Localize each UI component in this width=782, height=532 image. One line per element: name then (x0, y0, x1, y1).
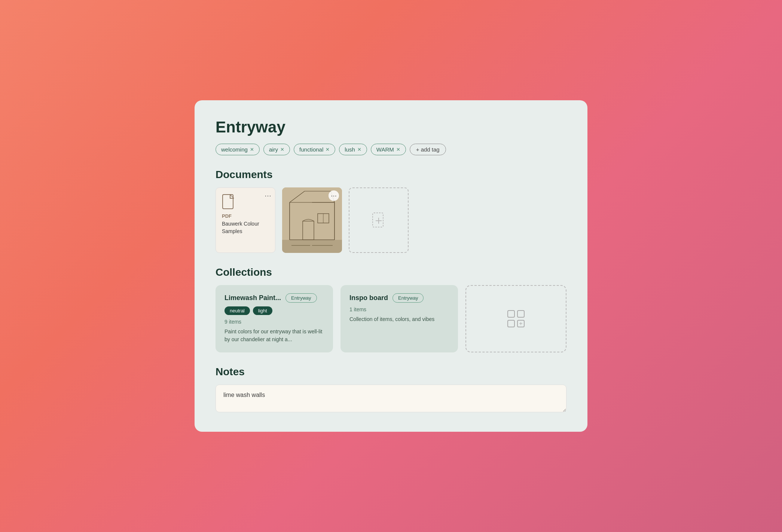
notes-section: Notes (216, 366, 566, 414)
tags-row: welcoming ✕ airy ✕ functional ✕ lush ✕ W… (216, 144, 566, 155)
pdf-card-menu-button[interactable]: ⋯ (265, 192, 271, 200)
document-pdf-card[interactable]: ⋯ PDF Bauwerk Colour Samples (216, 187, 275, 253)
collection-2-tag: Entryway (392, 293, 424, 303)
notes-title: Notes (216, 366, 566, 378)
document-sketch-card[interactable]: ⋯ (282, 187, 342, 253)
collection-1-desc: Paint colors for our entryway that is we… (224, 328, 324, 343)
pdf-file-icon (222, 194, 235, 210)
collection-card-limewash[interactable]: Limewash Paint... Entryway neutral light… (216, 285, 333, 352)
tag-lush[interactable]: lush ✕ (339, 144, 367, 155)
chip-light: light (253, 306, 272, 315)
remove-tag-functional[interactable]: ✕ (326, 147, 330, 152)
notes-textarea[interactable] (216, 385, 566, 412)
documents-section: Documents ⋯ PDF Bauwerk Colour Samples ⋯ (216, 169, 566, 253)
pdf-type-label: PDF (222, 213, 232, 219)
add-document-icon (372, 212, 385, 229)
remove-tag-airy[interactable]: ✕ (280, 147, 284, 152)
grid-cell-3 (507, 320, 515, 327)
add-document-button[interactable] (349, 187, 409, 253)
collections-title: Collections (216, 266, 566, 278)
tag-welcoming[interactable]: welcoming ✕ (216, 144, 260, 155)
add-tag-button[interactable]: + add tag (410, 144, 446, 155)
grid-cell-2 (517, 310, 525, 318)
remove-tag-welcoming[interactable]: ✕ (250, 147, 254, 152)
svg-rect-13 (282, 240, 342, 253)
remove-tag-warm[interactable]: ✕ (396, 147, 400, 152)
collection-2-count: 1 items (349, 306, 449, 312)
svg-rect-0 (223, 195, 233, 209)
svg-rect-16 (373, 213, 383, 227)
collection-1-header: Limewash Paint... Entryway (224, 293, 324, 303)
collection-2-title: Inspo board (349, 294, 388, 302)
tag-warm[interactable]: WARM ✕ (371, 144, 406, 155)
grid-plus-cell: + (517, 320, 525, 327)
pdf-doc-name: Bauwerk Colour Samples (222, 220, 269, 235)
sketch-card-menu-button[interactable]: ⋯ (329, 190, 339, 201)
collection-1-tag: Entryway (285, 293, 317, 303)
add-collection-button[interactable]: + (465, 285, 566, 352)
tag-functional[interactable]: functional ✕ (294, 144, 335, 155)
documents-title: Documents (216, 169, 566, 181)
collection-1-title: Limewash Paint... (224, 294, 281, 302)
collection-2-desc: Collection of items, colors, and vibes (349, 315, 449, 323)
grid-cell-1 (507, 310, 515, 318)
chip-neutral: neutral (224, 306, 250, 315)
collections-row: Limewash Paint... Entryway neutral light… (216, 285, 566, 352)
collection-2-header: Inspo board Entryway (349, 293, 449, 303)
collection-1-count: 9 items (224, 319, 324, 325)
collections-section: Collections Limewash Paint... Entryway n… (216, 266, 566, 352)
collection-1-chips: neutral light (224, 306, 324, 315)
collection-card-inspo[interactable]: Inspo board Entryway 1 items Collection … (340, 285, 458, 352)
main-card: Entryway welcoming ✕ airy ✕ functional ✕… (195, 100, 587, 432)
page-title: Entryway (216, 118, 566, 136)
remove-tag-lush[interactable]: ✕ (357, 147, 361, 152)
docs-row: ⋯ PDF Bauwerk Colour Samples ⋯ (216, 187, 566, 253)
add-collection-icon: + (507, 310, 525, 327)
tag-airy[interactable]: airy ✕ (263, 144, 290, 155)
